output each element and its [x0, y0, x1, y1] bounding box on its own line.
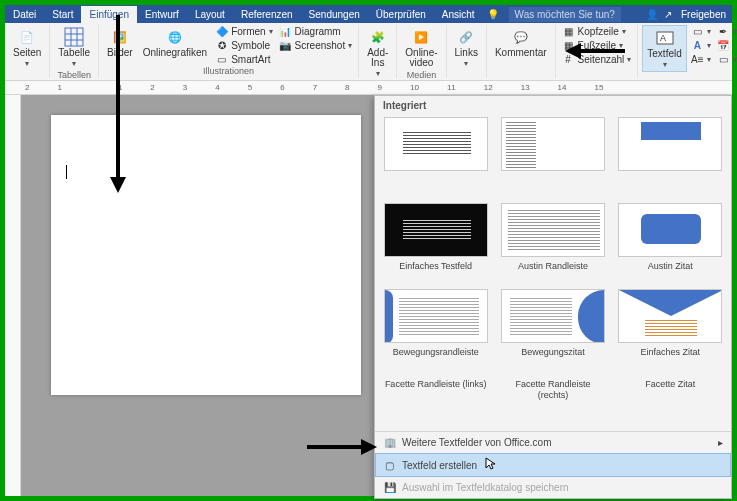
text-cursor — [66, 165, 67, 179]
gallery-item-austin-zitat[interactable]: Austin Zitat — [618, 203, 722, 289]
gallery-item-facette-links[interactable]: Facette Randleiste (links) — [384, 375, 488, 407]
tab-sendungen[interactable]: Sendungen — [301, 6, 368, 23]
textfeld-button[interactable]: A Textfeld▾ — [642, 25, 686, 72]
gallery-item-einfaches-testfeld[interactable]: Einfaches Testfeld — [384, 203, 488, 289]
textbox-small-icon: ▢ — [383, 459, 396, 472]
pagenumber-icon: # — [562, 53, 575, 66]
group-label-medien: Medien — [407, 70, 437, 80]
formen-button[interactable]: 🔷Formen▾ — [213, 25, 274, 38]
gallery-item-facette-zitat[interactable]: Facette Zitat — [618, 375, 722, 407]
gallery-item[interactable] — [384, 117, 488, 203]
gallery-item-facette-rechts[interactable]: Facette Randleiste (rechts) — [501, 375, 605, 407]
picture-icon: 🖼️ — [110, 27, 130, 47]
datetime-button[interactable]: 📅 — [715, 39, 737, 52]
fusszeile-button[interactable]: ▦Fußzeile▾ — [560, 39, 634, 52]
kopfzeile-button[interactable]: ▦Kopfzeile▾ — [560, 25, 634, 38]
quickparts-button[interactable]: ▭▾ — [689, 25, 713, 38]
create-textbox[interactable]: ▢ Textfeld erstellen — [375, 453, 731, 477]
symbols-icon: ✪ — [215, 39, 228, 52]
ribbon-tabs: Datei Start Einfügen Entwurf Layout Refe… — [5, 5, 732, 23]
footer-icon: ▦ — [562, 39, 575, 52]
shapes-icon: 🔷 — [215, 25, 228, 38]
smartart-icon: ▭ — [215, 53, 228, 66]
links-button[interactable]: 🔗 Links▾ — [451, 25, 482, 70]
svg-rect-0 — [65, 28, 83, 46]
signature-icon: ✒ — [717, 25, 730, 38]
tab-layout[interactable]: Layout — [187, 6, 233, 23]
gallery-item[interactable] — [618, 117, 722, 203]
vertical-ruler — [5, 95, 21, 496]
diagramm-button[interactable]: 📊Diagramm — [277, 25, 355, 38]
pages-icon: 📄 — [17, 27, 37, 47]
tabelle-button[interactable]: Tabelle▾ — [54, 25, 94, 70]
screenshot-button[interactable]: 📷Screenshot▾ — [277, 39, 355, 52]
tell-me-search[interactable]: Was möchten Sie tun? — [509, 7, 621, 22]
header-icon: ▦ — [562, 25, 575, 38]
group-label-illustrationen: Illustrationen — [203, 66, 254, 78]
save-icon: 💾 — [383, 481, 396, 494]
gallery-item-austin-randleiste[interactable]: Austin Randleiste — [501, 203, 605, 289]
chart-icon: 📊 — [279, 25, 292, 38]
horizontal-ruler: 21123456789101112131415 — [5, 81, 732, 95]
gallery-item-einfaches-zitat[interactable]: Einfaches Zitat — [618, 289, 722, 375]
gallery-item-bewegungszitat[interactable]: Bewegungszitat — [501, 289, 605, 375]
bilder-button[interactable]: 🖼️ Bilder — [103, 25, 137, 60]
kommentar-button[interactable]: 💬 Kommentar — [491, 25, 551, 60]
chevron-right-icon: ▸ — [718, 437, 723, 448]
dropcap-button[interactable]: A≡▾ — [689, 53, 713, 66]
save-to-catalog: 💾 Auswahl im Textfeldkatalog speichern — [375, 477, 731, 498]
more-textboxes-office[interactable]: 🏢 Weitere Textfelder von Office.com ▸ — [375, 432, 731, 453]
object-icon: ▭ — [717, 53, 730, 66]
comment-icon: 💬 — [511, 27, 531, 47]
onlinevideo-button[interactable]: ▶️ Online-video — [401, 25, 441, 70]
tab-ansicht[interactable]: Ansicht — [434, 6, 483, 23]
cursor-icon — [485, 457, 497, 473]
ribbon: 📄 Seiten▾ Tabelle▾ Tabellen 🖼️ — [5, 23, 732, 81]
tab-einfuegen[interactable]: Einfügen — [81, 6, 136, 23]
addins-button[interactable]: 🧩 Add-Ins▾ — [363, 25, 392, 80]
table-icon — [64, 27, 84, 47]
tab-datei[interactable]: Datei — [5, 6, 44, 23]
tab-referenzen[interactable]: Referenzen — [233, 6, 301, 23]
online-picture-icon: 🌐 — [165, 27, 185, 47]
dropcap-icon: A≡ — [691, 53, 704, 66]
share-icon: ↗ — [661, 9, 675, 20]
share-button[interactable]: Freigeben — [675, 9, 732, 20]
video-icon: ▶️ — [411, 27, 431, 47]
gallery-header: Integriert — [375, 96, 731, 115]
tab-entwurf[interactable]: Entwurf — [137, 6, 187, 23]
seiten-button[interactable]: 📄 Seiten▾ — [9, 25, 45, 70]
office-icon: 🏢 — [383, 436, 396, 449]
document-page[interactable] — [51, 115, 361, 395]
symbole-small-button[interactable]: ✪Symbole — [213, 39, 274, 52]
link-icon: 🔗 — [456, 27, 476, 47]
user-icon[interactable]: 👤 — [643, 9, 661, 20]
gallery-item[interactable] — [501, 117, 605, 203]
onlinegrafiken-button[interactable]: 🌐 Onlinegrafiken — [139, 25, 211, 60]
textbox-gallery: Integriert — [374, 95, 732, 499]
screenshot-icon: 📷 — [279, 39, 292, 52]
quickparts-icon: ▭ — [691, 25, 704, 38]
addins-icon: 🧩 — [368, 27, 388, 47]
textbox-icon: A — [655, 28, 675, 48]
date-icon: 📅 — [717, 39, 730, 52]
document-workspace: Integriert — [5, 95, 732, 496]
gallery-item-bewegungsrandleiste[interactable]: Bewegungsrandleiste — [384, 289, 488, 375]
lightbulb-icon: 💡 — [483, 9, 503, 20]
tab-start[interactable]: Start — [44, 6, 81, 23]
wordart-button[interactable]: A▾ — [689, 39, 713, 52]
group-label-tabellen: Tabellen — [57, 70, 91, 80]
svg-text:A: A — [660, 33, 666, 43]
smartart-button[interactable]: ▭SmartArt — [213, 53, 274, 66]
seitenzahl-button[interactable]: #Seitenzahl▾ — [560, 53, 634, 66]
signature-button[interactable]: ✒▾ — [715, 25, 737, 38]
tab-ueberpruefen[interactable]: Überprüfen — [368, 6, 434, 23]
wordart-icon: A — [691, 39, 704, 52]
object-button[interactable]: ▭▾ — [715, 53, 737, 66]
